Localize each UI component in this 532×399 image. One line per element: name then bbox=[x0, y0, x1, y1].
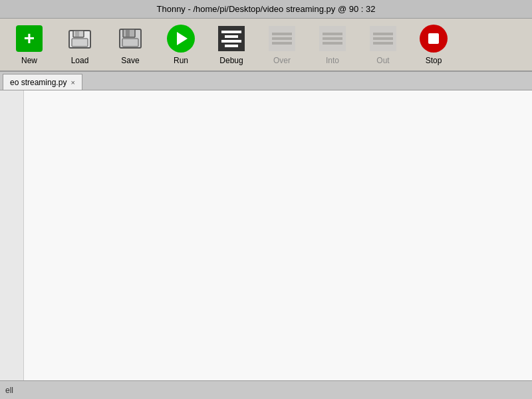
new-icon bbox=[16, 25, 43, 52]
stop-icon bbox=[420, 25, 448, 53]
svg-rect-6 bbox=[126, 30, 130, 37]
tab-bar: eo streaming.py × bbox=[0, 72, 532, 90]
debug-icon bbox=[218, 26, 245, 51]
save-button[interactable]: Save bbox=[106, 21, 154, 68]
tab-close[interactable]: × bbox=[70, 78, 74, 86]
load-label: Load bbox=[71, 56, 89, 65]
title-text: Thonny - /home/pi/Desktop/video streamin… bbox=[157, 4, 376, 14]
over-label: Over bbox=[273, 56, 291, 65]
out-icon bbox=[370, 26, 396, 51]
into-icon bbox=[319, 26, 346, 51]
load-button[interactable]: Load bbox=[56, 21, 104, 68]
editor bbox=[0, 90, 532, 380]
title-bar: Thonny - /home/pi/Desktop/video streamin… bbox=[0, 0, 532, 19]
line-numbers bbox=[0, 90, 24, 380]
load-icon bbox=[66, 25, 93, 52]
status-bar: ell bbox=[0, 380, 532, 399]
new-button[interactable]: New bbox=[5, 21, 53, 68]
file-tab[interactable]: eo streaming.py × bbox=[3, 74, 82, 90]
out-label: Out bbox=[376, 56, 389, 65]
into-label: Into bbox=[326, 56, 339, 65]
svg-rect-7 bbox=[122, 39, 138, 47]
tab-label: eo streaming.py bbox=[10, 78, 66, 87]
stop-button[interactable]: Stop bbox=[410, 21, 458, 68]
run-button[interactable]: Run bbox=[157, 21, 205, 68]
debug-label: Debug bbox=[219, 56, 243, 65]
new-label: New bbox=[21, 56, 37, 65]
over-icon bbox=[269, 26, 295, 51]
run-icon bbox=[167, 25, 195, 53]
toolbar: New Load Save Run bbox=[0, 19, 532, 72]
status-text: ell bbox=[5, 386, 13, 395]
debug-button[interactable]: Debug bbox=[207, 21, 255, 68]
save-label: Save bbox=[121, 56, 139, 65]
run-label: Run bbox=[174, 56, 188, 65]
svg-rect-2 bbox=[75, 31, 79, 37]
out-button[interactable]: Out bbox=[359, 21, 407, 68]
svg-rect-3 bbox=[72, 39, 88, 47]
code-area[interactable] bbox=[24, 90, 532, 380]
into-button[interactable]: Into bbox=[309, 21, 356, 68]
over-button[interactable]: Over bbox=[258, 21, 306, 68]
save-icon bbox=[117, 25, 144, 52]
stop-label: Stop bbox=[426, 56, 442, 65]
